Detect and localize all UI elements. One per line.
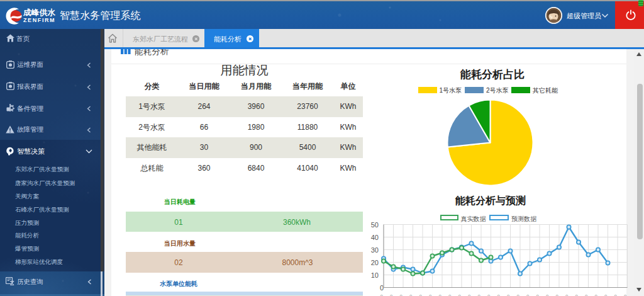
svg-text:0: 0: [429, 293, 432, 296]
svg-text:0: 0: [439, 293, 442, 296]
svg-text:0: 0: [604, 293, 608, 296]
svg-text:0: 0: [526, 293, 530, 296]
svg-text:0: 0: [614, 293, 618, 296]
svg-text:0: 0: [507, 293, 510, 296]
svg-text:0: 0: [380, 293, 384, 296]
svg-text:0: 0: [409, 293, 413, 296]
svg-text:0: 0: [585, 293, 588, 296]
svg-text:0: 0: [468, 293, 471, 296]
svg-text:0: 0: [448, 293, 452, 296]
svg-text:0: 0: [390, 293, 393, 296]
svg-text:0: 0: [517, 293, 520, 296]
svg-text:0: 0: [565, 293, 569, 296]
svg-text:0: 0: [487, 293, 491, 296]
svg-text:0: 0: [478, 293, 481, 296]
svg-text:0: 0: [536, 293, 540, 296]
svg-text:0: 0: [497, 293, 501, 296]
svg-text:0: 0: [575, 293, 579, 296]
svg-text:0: 0: [458, 293, 462, 296]
svg-text:0: 0: [624, 293, 627, 296]
svg-text:0: 0: [400, 293, 403, 296]
svg-text:0: 0: [595, 293, 598, 296]
svg-text:0: 0: [556, 293, 559, 296]
svg-text:0: 0: [419, 293, 423, 296]
svg-text:0: 0: [546, 293, 549, 296]
